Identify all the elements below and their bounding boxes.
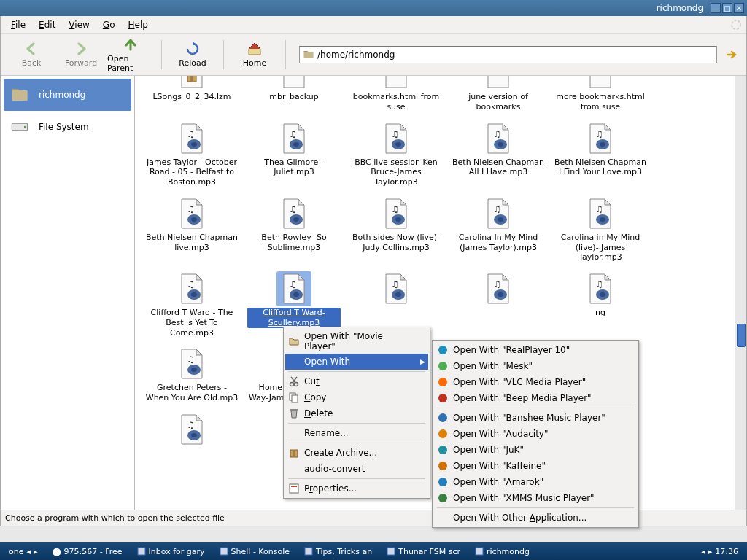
busy-spinner (730, 19, 742, 31)
menu-edit[interactable]: Edit (33, 18, 61, 31)
open-with-submenu[interactable]: Open With "RealPlayer 10"Open With "Mesk… (432, 340, 639, 528)
open-parent-button[interactable]: Open Parent (107, 37, 154, 72)
audio-icon (583, 196, 618, 231)
file-item[interactable]: BBC live session Ken Bruce-James Taylor.… (345, 118, 447, 193)
submenu-open-with-banshee-music-player[interactable]: Open With "Banshee Music Player" (434, 410, 637, 426)
file-item[interactable]: Beth Nielsen Chapman All I Have.mp3 (447, 118, 549, 193)
ctx-audio-convert[interactable]: audio-convert (285, 461, 428, 477)
file-item[interactable]: Both sides Now (live)- Judy Collins.mp3 (345, 193, 447, 268)
drive-icon (8, 117, 31, 137)
ctx-item-label: Open With "Movie Player" (304, 331, 415, 351)
file-item[interactable]: Carolina In My Mind (James Taylor).mp3 (447, 193, 549, 268)
file-item[interactable]: bookmarks.html from suse (345, 76, 447, 118)
svg-rect-31 (220, 548, 228, 555)
scrollbar-thumb[interactable] (737, 324, 746, 347)
file-item[interactable]: Gretchen Peters - When You Are Old.mp3 (141, 343, 243, 409)
svg-point-21 (438, 362, 447, 370)
taskbar-window[interactable]: Tips, Tricks an (300, 546, 376, 557)
file-item[interactable]: more bookmarks.html from suse (549, 76, 651, 118)
forward-button[interactable]: Forward (58, 37, 104, 72)
ctx-create-archive[interactable]: Create Archive... (285, 445, 428, 461)
submenu-open-with-juk[interactable]: Open With "JuK" (434, 442, 637, 458)
file-label: june version of bookmarks (452, 92, 545, 112)
audio-icon (174, 196, 209, 231)
menu-separator (288, 371, 425, 372)
taskbar-window[interactable]: Shell - Konsole (215, 546, 294, 557)
audio-icon (481, 196, 516, 231)
submenu-open-with-realplayer[interactable]: Open With "RealPlayer 10" (434, 342, 637, 358)
taskbar-window[interactable]: Inbox for gary (133, 546, 209, 557)
folder-icon (303, 49, 314, 61)
audio-icon (379, 121, 414, 156)
file-item[interactable] (447, 268, 549, 343)
file-label: Thea Gilmore - Juliet.mp3 (247, 158, 341, 178)
taskbar[interactable]: one ◂ ▸ ⬤ 975:567 - Free Inbox for garyS… (0, 542, 747, 560)
location-bar[interactable] (299, 46, 717, 63)
file-item[interactable]: Beth Rowley- So Sublime.mp3 (243, 193, 345, 268)
ctx-copy[interactable]: Copy (285, 389, 428, 405)
file-label: Beth Rowley- So Sublime.mp3 (247, 233, 341, 253)
app-icon (437, 392, 449, 404)
file-label: LSongs_0_2_34.lzm (152, 92, 231, 102)
svg-rect-33 (387, 548, 395, 555)
ctx-properties[interactable]: Properties... (285, 481, 428, 497)
submenu-item-label: Open With "XMMS Music Player" (453, 493, 595, 503)
file-item[interactable]: Beth Nielsen Chapman live.mp3 (141, 193, 243, 268)
sidebar-item-file-system[interactable]: File System (4, 111, 131, 143)
cut-icon (288, 376, 300, 387)
app-icon (437, 444, 449, 456)
forward-label: Forward (65, 58, 97, 68)
ctx-open-with[interactable]: Open With▶ (285, 354, 428, 370)
file-label: bookmarks.html from suse (349, 92, 443, 112)
ctx-delete[interactable]: Delete (285, 405, 428, 421)
file-item[interactable] (141, 409, 243, 454)
submenu-open-with-audacity[interactable]: Open With "Audacity" (434, 426, 637, 442)
file-item[interactable]: LSongs_0_2_34.lzm (141, 76, 243, 118)
file-item[interactable]: ng (549, 268, 651, 343)
minimize-button[interactable]: ― (711, 3, 721, 13)
back-button[interactable]: Back (8, 37, 55, 72)
menu-help[interactable]: Help (122, 18, 153, 31)
location-input[interactable] (317, 50, 713, 60)
submenu-open-with-amarok[interactable]: Open With "Amarok" (434, 474, 637, 490)
ctx-cut[interactable]: Cut (285, 373, 428, 389)
toolbar-separator (223, 40, 224, 69)
submenu-open-with-xmms-music-player[interactable]: Open With "XMMS Music Player" (434, 490, 637, 506)
file-item[interactable]: Carolina in My Mind (live)- James Taylor… (549, 193, 651, 268)
window-title: richmondg (657, 3, 703, 13)
maximize-button[interactable]: □ (722, 3, 732, 13)
context-menu[interactable]: Open With "Movie Player"Open With▶CutCop… (283, 327, 430, 499)
menu-go[interactable]: Go (97, 18, 121, 31)
taskbar-window[interactable]: Thunar FSM scr (382, 546, 465, 557)
submenu-open-with-mesk[interactable]: Open With "Mesk" (434, 358, 637, 374)
submenu-item-label: Open With "VLC Media Player" (453, 377, 586, 387)
submenu-item-label: Open With "Beep Media Player" (453, 393, 592, 403)
ctx-open-with-movie-player[interactable]: Open With "Movie Player" (285, 329, 428, 354)
scrollbar[interactable] (735, 76, 746, 510)
desktop-switcher[interactable]: one ◂ ▸ (4, 546, 42, 557)
taskbar-clock[interactable]: ◂ ▸ 17:36 (697, 546, 743, 557)
file-item[interactable]: june version of bookmarks (447, 76, 549, 118)
svg-point-20 (438, 346, 447, 354)
menu-file[interactable]: File (5, 18, 31, 31)
menu-view[interactable]: View (63, 18, 95, 31)
sidebar-item-richmondg[interactable]: richmondg (4, 79, 131, 111)
file-item[interactable]: James Taylor - October Road - 05 - Belfa… (141, 118, 243, 193)
file-item[interactable]: mbr_backup (243, 76, 345, 118)
back-label: Back (22, 58, 42, 68)
taskbar-window[interactable]: richmondg (471, 546, 534, 557)
submenu-open-with-vlc-media-player[interactable]: Open With "VLC Media Player" (434, 374, 637, 390)
file-item[interactable]: Thea Gilmore - Juliet.mp3 (243, 118, 345, 193)
file-item[interactable]: Beth Nielsen Chapman I Find Your Love.mp… (549, 118, 651, 193)
cpu-icon: ⬤ (53, 547, 61, 556)
ctx-rename[interactable]: Rename... (285, 425, 428, 441)
close-button[interactable]: ✕ (734, 3, 744, 13)
go-button[interactable] (724, 47, 739, 62)
home-button[interactable]: Home (231, 37, 278, 72)
submenu-open-with-other-application[interactable]: Open With Other Application... (434, 510, 637, 526)
submenu-open-with-beep-media-player[interactable]: Open With "Beep Media Player" (434, 390, 637, 406)
submenu-open-with-kaffeine[interactable]: Open With "Kaffeine" (434, 458, 637, 474)
file-item[interactable]: Clifford T Ward - The Best is Yet To Com… (141, 268, 243, 343)
reload-button[interactable]: Reload (169, 37, 216, 72)
submenu-item-label: Open With "Mesk" (453, 361, 533, 371)
